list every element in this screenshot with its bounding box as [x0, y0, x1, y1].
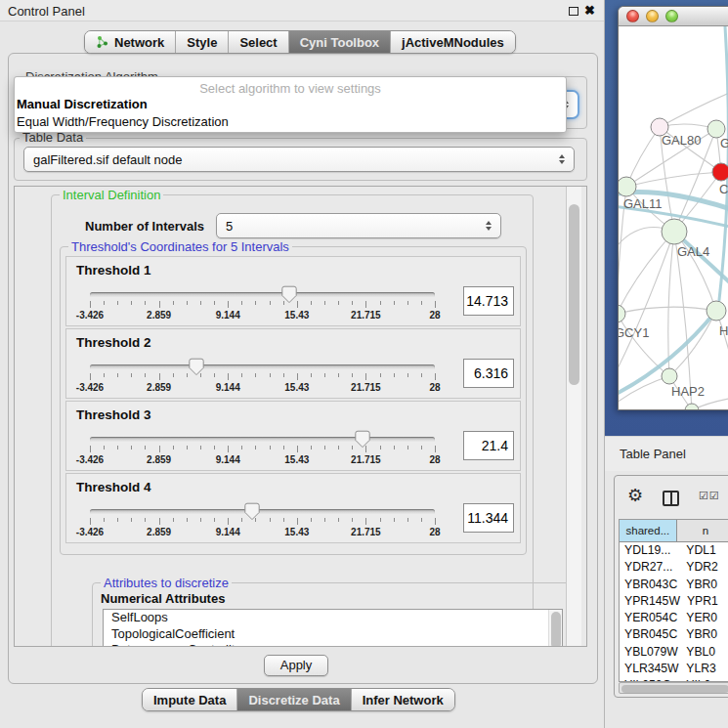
dropdown-option-equal-width-frequency[interactable]: Equal Width/Frequency Discretization: [15, 114, 566, 129]
slider-thumb[interactable]: [355, 430, 370, 452]
threshold-value-field[interactable]: 14.713: [463, 286, 514, 316]
network-node-hap2[interactable]: [662, 368, 677, 384]
network-window-titlebar[interactable]: [619, 7, 728, 26]
scrollbar-thumb[interactable]: [621, 685, 728, 693]
threshold-slider[interactable]: -3.4262.8599.14415.4321.71528: [90, 509, 435, 542]
bottom-tab-impute-data[interactable]: Impute Data: [143, 689, 237, 710]
tab-style[interactable]: Style: [176, 31, 229, 53]
slider-track[interactable]: [90, 509, 435, 514]
table-row[interactable]: YLR345WYLR3: [620, 661, 728, 677]
number-of-intervals-combobox[interactable]: 5: [216, 213, 501, 238]
cell-shared-name[interactable]: YER054C: [620, 610, 679, 626]
panel-scrollbar[interactable]: [566, 187, 581, 646]
cell-shared-name[interactable]: YBR045C: [620, 626, 679, 643]
attribute-item[interactable]: SelfLoops: [104, 610, 562, 626]
slider-ticks: [90, 446, 435, 453]
slider-ticks: [90, 301, 435, 309]
tab-label: jActiveMNodules: [402, 35, 504, 50]
cell-name[interactable]: YDL1: [679, 542, 728, 559]
cell-shared-name[interactable]: YPR145W: [620, 593, 680, 610]
bottom-tab-infer-network[interactable]: Infer Network: [352, 689, 454, 710]
cell-name[interactable]: YER0: [679, 610, 728, 626]
cell-shared-name[interactable]: YDR27...: [620, 559, 679, 576]
threshold-slider[interactable]: -3.4262.8599.14415.4321.71528: [90, 437, 435, 470]
slider-track[interactable]: [90, 292, 435, 297]
slider-thumb[interactable]: [244, 502, 260, 525]
cell-name[interactable]: YBR0: [679, 626, 728, 643]
minimize-traffic-light-icon[interactable]: [646, 10, 659, 22]
slider-thumb[interactable]: [189, 358, 204, 380]
threshold-value-field[interactable]: 11.344: [463, 503, 514, 533]
node-table[interactable]: shared... n YDL19...YDL1YDR27...YDR2YBR0…: [619, 519, 728, 682]
slider-track[interactable]: [90, 437, 435, 442]
network-node-gcy1[interactable]: [619, 305, 625, 322]
cell-name[interactable]: YLR3: [679, 661, 728, 677]
tab-select[interactable]: Select: [229, 31, 288, 53]
cell-shared-name[interactable]: YDL19...: [620, 542, 679, 559]
network-node-label: GA: [720, 136, 728, 150]
tab-jactivemnodules[interactable]: jActiveMNodules: [391, 31, 515, 53]
network-view-window[interactable]: GAL80GACGAL11GAL4GCY1HHAP2: [618, 6, 728, 410]
table-row[interactable]: YBR045CYBR0: [620, 626, 728, 643]
network-node-label: C: [719, 182, 728, 196]
tab-network[interactable]: Network: [85, 31, 176, 53]
checkbox-filter-icons[interactable]: ☑☑: [699, 490, 720, 502]
cell-name[interactable]: YDR2: [679, 559, 728, 576]
gear-icon[interactable]: ⚙: [627, 487, 643, 504]
threshold-slider[interactable]: -3.4262.8599.14415.4321.71528: [90, 364, 435, 398]
scrollbar-thumb[interactable]: [551, 612, 561, 647]
slider-thumb[interactable]: [281, 285, 297, 308]
cell-shared-name[interactable]: YBR043C: [620, 577, 679, 593]
interval-definition-group: Interval Definition Number of Intervals …: [51, 194, 534, 647]
column-header-name[interactable]: n: [677, 520, 728, 541]
dropdown-option-manual-discretization[interactable]: Manual Discretization: [15, 97, 566, 114]
table-data-combobox[interactable]: galFiltered.sif default node: [23, 147, 575, 172]
network-node-gal4[interactable]: [662, 219, 687, 244]
table-horizontal-scrollbar[interactable]: [619, 682, 728, 694]
slider-tick-labels: -3.4262.8599.14415.4321.71528: [90, 454, 435, 466]
table-row[interactable]: YBR043CYBR0: [620, 577, 728, 593]
threshold-value-field[interactable]: 21.4: [463, 431, 514, 460]
cell-name[interactable]: YBL0: [679, 644, 728, 661]
network-node-gal11[interactable]: [619, 177, 636, 196]
zoom-traffic-light-icon[interactable]: [665, 10, 678, 22]
column-layout-icon[interactable]: [663, 491, 679, 506]
threshold-slider[interactable]: -3.4262.8599.14415.4321.71528: [90, 292, 435, 325]
cell-shared-name[interactable]: YBL079W: [620, 644, 679, 661]
bottom-tab-discretize-data[interactable]: Discretize Data: [237, 689, 351, 710]
algorithm-dropdown-popup: Select algorithm to view settings Manual…: [14, 76, 567, 133]
table-panel-container: ⚙ ☑☑ shared... n YDL19...YDL1YDR27...YDR…: [614, 475, 728, 698]
table-row[interactable]: YPR145WYPR1: [620, 593, 728, 610]
cell-name[interactable]: YBR0: [679, 577, 728, 593]
attribute-item[interactable]: TopologicalCoefficient: [104, 626, 562, 643]
network-canvas[interactable]: GAL80GACGAL11GAL4GCY1HHAP2: [619, 26, 728, 409]
tab-label: Style: [187, 35, 217, 50]
table-row[interactable]: YBL079WYBL0: [620, 644, 728, 661]
threshold-list: Threshold 1-3.4262.8599.14415.4321.71528…: [65, 256, 521, 545]
cell-name[interactable]: YPR1: [680, 593, 728, 610]
network-node-red[interactable]: [712, 163, 728, 181]
tab-cyni-toolbox[interactable]: Cyni Toolbox: [289, 31, 391, 53]
float-window-icon[interactable]: [569, 7, 578, 16]
close-icon[interactable]: ✖: [584, 3, 595, 18]
slider-track[interactable]: [90, 364, 435, 369]
network-node-bnode[interactable]: [685, 404, 699, 409]
apply-button[interactable]: Apply: [264, 655, 328, 676]
threshold-value-field[interactable]: 6.316: [463, 359, 514, 388]
column-header-shared-name[interactable]: shared...: [620, 520, 677, 541]
attributes-group-title: Attributes to discretize: [101, 576, 232, 590]
threshold-coordinates-title: Threshold's Coordinates for 5 Intervals: [68, 239, 292, 254]
table-header-row: shared... n: [620, 520, 728, 542]
interval-definition-title: Interval Definition: [60, 188, 163, 202]
table-row[interactable]: YER054CYER0: [620, 610, 728, 626]
number-of-intervals-label: Number of Intervals: [85, 219, 204, 234]
cell-shared-name[interactable]: YLR345W: [620, 661, 679, 677]
scrollbar-thumb[interactable]: [569, 204, 579, 385]
network-node-h[interactable]: [707, 301, 726, 321]
list-scrollbar[interactable]: [548, 610, 562, 647]
table-row[interactable]: YDL19...YDL1: [620, 542, 728, 559]
close-traffic-light-icon[interactable]: [626, 10, 639, 22]
attribute-item[interactable]: BetweennessCentrality: [104, 642, 562, 647]
numerical-attributes-list[interactable]: SelfLoopsTopologicalCoefficientBetweenne…: [103, 609, 563, 647]
table-row[interactable]: YDR27...YDR2: [620, 559, 728, 576]
